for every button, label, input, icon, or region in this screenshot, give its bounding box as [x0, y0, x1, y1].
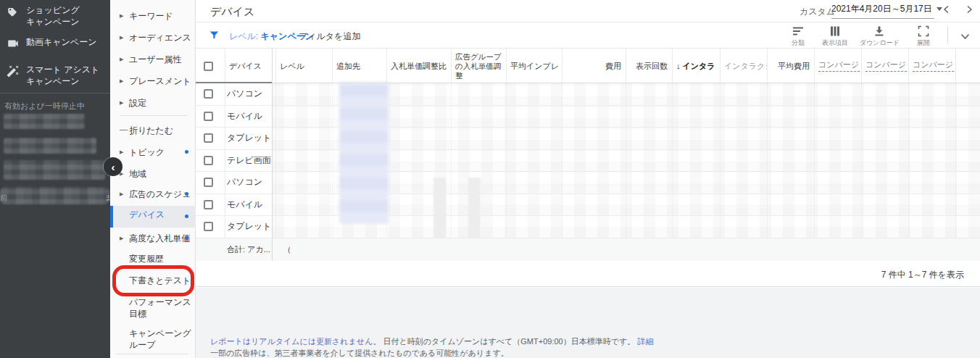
column-header-cost[interactable]: 費用: [562, 49, 626, 83]
collapse-toolbar-button[interactable]: [960, 30, 970, 43]
subnav-item-ad-schedule[interactable]: ▶ 広告のスケジュール: [110, 186, 196, 206]
sidebar-collapse-button[interactable]: ‹: [104, 157, 122, 176]
sort-arrow-icon: ↓: [676, 62, 681, 71]
subnav-item-change-history[interactable]: 変更履歴: [110, 250, 196, 270]
date-range-picker[interactable]: 2021年4月20日～5月17日: [831, 3, 934, 19]
notification-dot: [185, 192, 188, 196]
sidebar-item-label: ショッピングキャンペーン: [26, 4, 80, 28]
table-row[interactable]: モバイル: [196, 106, 980, 128]
subnav-item-audience[interactable]: ▶ オーディエンス: [110, 29, 196, 49]
redacted-campaign-row: [4, 160, 105, 180]
notification-dot: [185, 215, 188, 218]
report-footer: レポートはリアルタイムには更新されません。 日付と時刻のタイムゾーンはすべて（G…: [196, 288, 980, 358]
total-redacted-value: （: [283, 244, 291, 255]
redacted-campaign-row: [4, 114, 85, 129]
row-checkbox[interactable]: [204, 200, 213, 209]
expand-arrow-icon: ▶: [120, 54, 129, 62]
select-all-cell: [196, 49, 225, 83]
sidebar-section-label: 有効および一時停止中: [4, 101, 85, 112]
row-checkbox[interactable]: [204, 222, 213, 231]
column-header-conversions[interactable]: コンバージョ: [861, 49, 908, 83]
row-checkbox[interactable]: [204, 178, 213, 187]
columns-button[interactable]: 表示項目: [822, 25, 848, 48]
table-row[interactable]: テレビ画面: [196, 150, 980, 172]
column-header-conversions[interactable]: コンバージョ: [908, 49, 955, 83]
table-header-row: デバイス レベル 追加先 入札単価調整比 広告グループの入札単価調整 平均インプ…: [196, 49, 980, 83]
table-row[interactable]: パソコン: [196, 83, 980, 106]
column-header-level[interactable]: レベル: [275, 49, 332, 83]
expand-arrow-icon: ▶: [120, 97, 129, 106]
column-header-conversions[interactable]: コンバージョ: [814, 49, 861, 83]
download-button[interactable]: ダウンロード: [860, 25, 900, 48]
redacted-campaign-row: [4, 138, 96, 154]
row-checkbox[interactable]: [204, 112, 213, 121]
pagination-info: 7 件中 1～7 件を表示: [881, 269, 964, 281]
segment-button[interactable]: 分類: [786, 25, 810, 48]
column-header-device[interactable]: デバイス: [225, 49, 275, 83]
page-title: デバイス: [210, 5, 254, 19]
details-link[interactable]: 詳細: [637, 337, 653, 346]
subnav-item-advanced-bid-adj[interactable]: ▶ 高度な入札単価調整: [110, 230, 196, 250]
footer-disclaimer: 一部の広告枠は、第三者事業者を介して提供されたものである可能性があります。: [210, 348, 509, 358]
table-total-row: 合計: アカ... （: [196, 238, 980, 261]
notification-dot: [185, 236, 188, 240]
filter-funnel-icon: [209, 30, 220, 43]
chevron-down-icon: [960, 33, 970, 40]
subnav-item-devices[interactable]: デバイス: [110, 206, 196, 228]
subnav-item-locations[interactable]: ▶ 地域: [110, 165, 196, 186]
date-range-type-label: カスタム: [800, 6, 835, 18]
subnav-item-collapse[interactable]: — 折りたたむ: [110, 122, 196, 142]
sidebar-item-video-campaign[interactable]: 動画キャンペーン: [0, 36, 110, 53]
chevron-left-icon: ‹: [112, 161, 115, 173]
redacted-campaign-row: [0, 187, 110, 204]
subnav-item-settings[interactable]: ▶ 設定: [110, 94, 196, 115]
column-header-avg-cost[interactable]: 平均費用: [767, 49, 814, 83]
toolbar-divider: [947, 27, 948, 44]
table-row[interactable]: タブレット: [196, 128, 980, 150]
google-ads-app: ショッピングキャンペーン 動画キャンペーン スマート アシストキャンペーン 有効…: [0, 0, 980, 358]
chevron-left-icon: [943, 5, 950, 14]
selected-indicator: [110, 206, 113, 228]
expand-button[interactable]: 展開: [911, 25, 936, 48]
column-header-interactions-sorted[interactable]: ↓ インタラ: [672, 49, 720, 83]
sidebar-item-shopping-campaign[interactable]: ショッピングキャンペーン: [0, 4, 110, 28]
column-header-added-to[interactable]: 追加先: [332, 49, 386, 83]
row-checkbox[interactable]: [204, 156, 213, 165]
sidebar-item-smart-assist-campaign[interactable]: スマート アシストキャンペーン: [0, 64, 110, 87]
table-row[interactable]: パソコン: [196, 172, 980, 194]
previous-period-button[interactable]: [939, 4, 952, 15]
select-all-checkbox[interactable]: [204, 62, 213, 71]
campaign-type-sidebar: ショッピングキャンペーン 動画キャンペーン スマート アシストキャンペーン 有効…: [0, 0, 110, 358]
add-filter-button[interactable]: フィルタを追加: [299, 30, 360, 43]
subnav-item-keywords[interactable]: ▶ キーワード: [110, 7, 196, 28]
subnav-item-drafts-and-experiments[interactable]: 下書きとテスト: [110, 272, 196, 292]
column-header-impressions[interactable]: 表示回数: [626, 49, 672, 83]
subnav-item-campaign-groups[interactable]: キャンペーングループ: [110, 325, 196, 354]
subnav-divider: [116, 354, 188, 354]
column-header-avg-impression[interactable]: 平均インプレ: [506, 49, 562, 83]
sidebar-item-label: スマート アシストキャンペーン: [26, 64, 99, 87]
column-header-adgroup-bid-adjustment[interactable]: 広告グループの入札単価調整: [451, 49, 506, 83]
footer-note: レポートはリアルタイムには更新されません。 日付と時刻のタイムゾーンはすべて（G…: [210, 336, 653, 347]
segment-icon: [792, 25, 804, 37]
date-range-value: 2021年4月20日～5月17日: [831, 3, 932, 15]
table-row[interactable]: タブレット: [196, 216, 980, 238]
expand-arrow-icon: ▶: [120, 32, 129, 41]
row-checkbox[interactable]: [204, 89, 213, 99]
column-header-interaction-rate[interactable]: インタラクシ: [720, 49, 767, 83]
table-row[interactable]: モバイル: [196, 194, 980, 217]
next-period-button[interactable]: [963, 4, 976, 15]
chevron-right-icon: [966, 5, 973, 14]
row-checkbox[interactable]: [204, 133, 213, 143]
expand-arrow-icon: ▶: [120, 233, 129, 241]
notification-dot: [185, 150, 188, 154]
expand-icon: [918, 25, 929, 37]
subnav-item-performance-targets[interactable]: パフォーマンス目標: [110, 294, 196, 322]
sidebar-item-label: 動画キャンペーン: [26, 36, 96, 53]
report-subnav: ▶ キーワード ▶ オーディエンス ▶ ユーザー属性 ▶ プレースメント ▶ 設…: [110, 0, 196, 358]
realtime-note-link[interactable]: レポートはリアルタイムには更新されません。: [210, 337, 381, 346]
subnav-item-placement[interactable]: ▶ プレースメント: [110, 72, 196, 93]
column-header-bid-adjustment[interactable]: 入札単価調整比: [386, 49, 451, 83]
subnav-item-topics[interactable]: ▶ トピック: [110, 143, 196, 164]
subnav-item-user-attributes[interactable]: ▶ ユーザー属性: [110, 51, 196, 71]
